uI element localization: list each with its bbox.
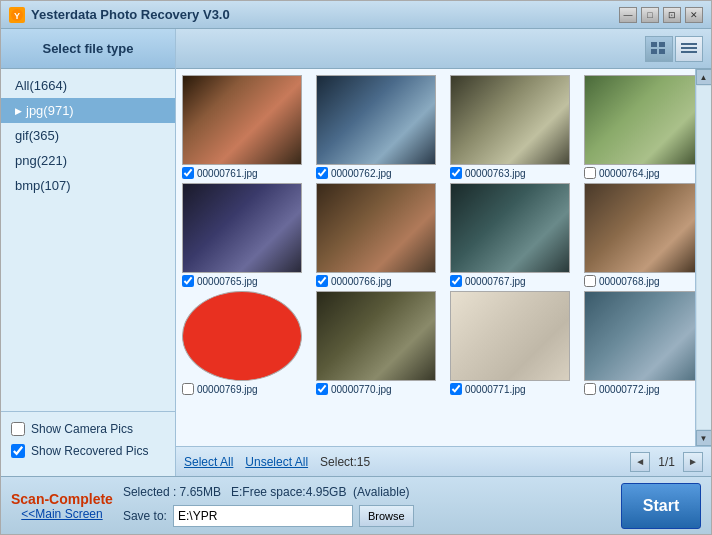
select-count-label: Select:15 (320, 455, 370, 469)
svg-rect-8 (681, 51, 697, 53)
list-view-button[interactable] (675, 36, 703, 62)
image-label-11: 00000771.jpg (450, 383, 526, 395)
main-content: Select file type All(1664)jpg(971)gif(36… (1, 29, 711, 476)
toolbar (176, 29, 711, 69)
sidebar-spacer (1, 202, 175, 411)
image-thumb-3[interactable] (450, 75, 570, 165)
image-filename-4: 00000764.jpg (599, 168, 660, 179)
scroll-down-arrow[interactable]: ▼ (696, 430, 712, 446)
image-filename-10: 00000770.jpg (331, 384, 392, 395)
image-label-6: 00000766.jpg (316, 275, 392, 287)
free-space: E:Free space:4.95GB (231, 485, 346, 499)
image-thumb-6[interactable] (316, 183, 436, 273)
image-filename-2: 00000762.jpg (331, 168, 392, 179)
scrollbar[interactable]: ▲ ▼ (695, 69, 711, 446)
image-checkbox-2[interactable] (316, 167, 328, 179)
show-recovered-checkbox[interactable] (11, 444, 25, 458)
image-checkbox-11[interactable] (450, 383, 462, 395)
svg-rect-6 (681, 43, 697, 45)
select-label: Select: (320, 455, 357, 469)
total-pages: 1 (668, 455, 675, 469)
show-camera-row: Show Camera Pics (11, 422, 165, 436)
start-button[interactable]: Start (621, 483, 701, 529)
image-label-4: 00000764.jpg (584, 167, 660, 179)
image-filename-9: 00000769.jpg (197, 384, 258, 395)
right-panel: 00000761.jpg00000762.jpg00000763.jpg0000… (176, 29, 711, 476)
select-all-link[interactable]: Select All (184, 455, 233, 469)
status-bar: Scan-Complete <<Main Screen Selected : 7… (1, 476, 711, 534)
sidebar-item-gif[interactable]: gif(365) (1, 123, 175, 148)
svg-rect-4 (651, 49, 657, 54)
image-label-3: 00000763.jpg (450, 167, 526, 179)
image-label-5: 00000765.jpg (182, 275, 258, 287)
title-controls: — □ ⊡ ✕ (619, 7, 703, 23)
image-thumb-7[interactable] (450, 183, 570, 273)
image-thumb-2[interactable] (316, 75, 436, 165)
available: (Avaliable) (353, 485, 409, 499)
prev-page-button[interactable]: ◄ (630, 452, 650, 472)
restore-button[interactable]: □ (641, 7, 659, 23)
image-thumb-5[interactable] (182, 183, 302, 273)
image-cell-6: 00000766.jpg (316, 183, 441, 287)
sidebar-item-bmp[interactable]: bmp(107) (1, 173, 175, 198)
current-page: 1 (658, 455, 665, 469)
image-filename-3: 00000763.jpg (465, 168, 526, 179)
image-cell-11: 00000771.jpg (450, 291, 575, 395)
title-bar: Y Yesterdata Photo Recovery V3.0 — □ ⊡ ✕ (1, 1, 711, 29)
svg-rect-3 (659, 42, 665, 47)
sidebar-item-png[interactable]: png(221) (1, 148, 175, 173)
pagination-bar: Select All Unselect All Select:15 ◄ 1/1 … (176, 446, 711, 476)
maximize-button[interactable]: ⊡ (663, 7, 681, 23)
image-checkbox-8[interactable] (584, 275, 596, 287)
save-path-input[interactable] (173, 505, 353, 527)
scroll-track[interactable] (697, 86, 711, 429)
image-thumb-12[interactable] (584, 291, 704, 381)
next-page-button[interactable]: ► (683, 452, 703, 472)
grid-view-button[interactable] (645, 36, 673, 62)
image-checkbox-9[interactable] (182, 383, 194, 395)
file-type-header: Select file type (1, 29, 175, 69)
image-thumb-8[interactable] (584, 183, 704, 273)
select-num: 15 (357, 455, 370, 469)
image-thumb-11[interactable] (450, 291, 570, 381)
image-filename-12: 00000772.jpg (599, 384, 660, 395)
image-thumb-9[interactable] (182, 291, 302, 381)
main-screen-link[interactable]: <<Main Screen (21, 507, 102, 521)
sidebar-item-all[interactable]: All(1664) (1, 73, 175, 98)
browse-button[interactable]: Browse (359, 505, 414, 527)
app-window: Y Yesterdata Photo Recovery V3.0 — □ ⊡ ✕… (0, 0, 712, 535)
image-cell-10: 00000770.jpg (316, 291, 441, 395)
image-thumb-1[interactable] (182, 75, 302, 165)
selected-size: Selected : 7.65MB (123, 485, 221, 499)
image-checkbox-7[interactable] (450, 275, 462, 287)
save-row: Save to: Browse (123, 505, 611, 527)
image-checkbox-1[interactable] (182, 167, 194, 179)
image-checkbox-5[interactable] (182, 275, 194, 287)
image-cell-7: 00000767.jpg (450, 183, 575, 287)
scan-complete-text: Scan-Complete (11, 491, 113, 507)
image-checkbox-6[interactable] (316, 275, 328, 287)
image-label-10: 00000770.jpg (316, 383, 392, 395)
image-filename-7: 00000767.jpg (465, 276, 526, 287)
show-camera-checkbox[interactable] (11, 422, 25, 436)
image-thumb-10[interactable] (316, 291, 436, 381)
close-button[interactable]: ✕ (685, 7, 703, 23)
app-icon: Y (9, 7, 25, 23)
image-filename-6: 00000766.jpg (331, 276, 392, 287)
show-camera-label: Show Camera Pics (31, 422, 133, 436)
scan-status: Scan-Complete <<Main Screen (11, 491, 113, 521)
minimize-button[interactable]: — (619, 7, 637, 23)
app-title: Yesterdata Photo Recovery V3.0 (31, 7, 619, 22)
image-grid: 00000761.jpg00000762.jpg00000763.jpg0000… (176, 69, 711, 401)
image-checkbox-12[interactable] (584, 383, 596, 395)
image-checkbox-3[interactable] (450, 167, 462, 179)
image-checkbox-10[interactable] (316, 383, 328, 395)
scroll-up-arrow[interactable]: ▲ (696, 69, 712, 85)
image-checkbox-4[interactable] (584, 167, 596, 179)
sidebar-item-jpg[interactable]: jpg(971) (1, 98, 175, 123)
unselect-all-link[interactable]: Unselect All (245, 455, 308, 469)
sidebar: Select file type All(1664)jpg(971)gif(36… (1, 29, 176, 476)
image-filename-1: 00000761.jpg (197, 168, 258, 179)
image-cell-9: 00000769.jpg (182, 291, 307, 395)
image-thumb-4[interactable] (584, 75, 704, 165)
